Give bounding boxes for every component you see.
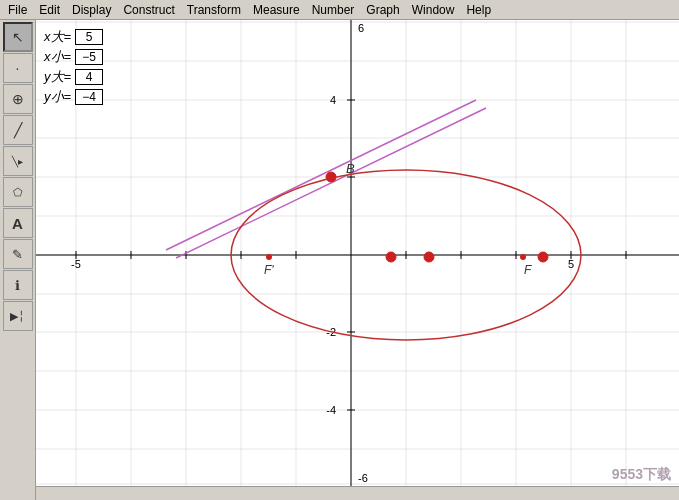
axes [36, 20, 679, 486]
svg-text:-6: -6 [358, 472, 368, 484]
polygon-tool-btn[interactable]: ⬠ [3, 177, 33, 207]
menu-number[interactable]: Number [306, 2, 361, 18]
canvas-area[interactable]: x大= 5 x小= −5 y大= 4 y小= −4 [36, 20, 679, 500]
svg-text:5: 5 [568, 258, 574, 270]
line-tool-btn[interactable]: ╱ [3, 115, 33, 145]
menu-window[interactable]: Window [406, 2, 461, 18]
xmin-value: −5 [75, 49, 103, 65]
text-tool-btn[interactable]: A [3, 208, 33, 238]
f2-label: F [524, 263, 532, 277]
menubar: File Edit Display Construct Transform Me… [0, 0, 679, 20]
svg-text:6: 6 [358, 22, 364, 34]
xmin-row: x小= −5 [44, 48, 103, 66]
compass-tool-btn[interactable]: ⊕ [3, 84, 33, 114]
ymax-row: y大= 4 [44, 68, 103, 86]
menu-help[interactable]: Help [460, 2, 497, 18]
info-tool-btn[interactable]: ℹ [3, 270, 33, 300]
menu-file[interactable]: File [2, 2, 33, 18]
menu-measure[interactable]: Measure [247, 2, 306, 18]
point-F1-small [266, 254, 272, 260]
ymin-label: y小= [44, 88, 71, 106]
f1-label: F' [264, 263, 274, 277]
svg-text:4: 4 [330, 94, 336, 106]
svg-text:-4: -4 [326, 404, 336, 416]
segment-tool-btn[interactable]: ╲▸ [3, 146, 33, 176]
measurements-panel: x大= 5 x小= −5 y大= 4 y小= −4 [44, 28, 103, 108]
ymin-value: −4 [75, 89, 103, 105]
ymax-label: y大= [44, 68, 71, 86]
point-center-left[interactable] [386, 252, 396, 262]
ymin-row: y小= −4 [44, 88, 103, 106]
svg-text:-5: -5 [71, 258, 81, 270]
watermark: 9553下载 [612, 466, 671, 484]
xmax-value: 5 [75, 29, 103, 45]
point-tool-btn[interactable]: · [3, 53, 33, 83]
grid [36, 20, 679, 486]
point-B-label: B [346, 161, 355, 176]
point-F2[interactable] [538, 252, 548, 262]
xmax-row: x大= 5 [44, 28, 103, 46]
menu-transform[interactable]: Transform [181, 2, 247, 18]
svg-rect-0 [36, 20, 679, 486]
xmin-label: x小= [44, 48, 71, 66]
ymax-value: 4 [75, 69, 103, 85]
main-layout: ↖ · ⊕ ╱ ╲▸ ⬠ A ✎ ℹ ▶╎ x大= 5 x小= −5 y大= 4 [0, 20, 679, 500]
menu-edit[interactable]: Edit [33, 2, 66, 18]
menu-construct[interactable]: Construct [117, 2, 180, 18]
menu-display[interactable]: Display [66, 2, 117, 18]
graph-canvas: -5 5 4 2 -2 -4 [36, 20, 679, 500]
move-tool-btn[interactable]: ▶╎ [3, 301, 33, 331]
toolbar: ↖ · ⊕ ╱ ╲▸ ⬠ A ✎ ℹ ▶╎ [0, 20, 36, 500]
point-F2-small [520, 254, 526, 260]
arrow-tool-btn[interactable]: ↖ [3, 22, 33, 52]
point-center-right[interactable] [424, 252, 434, 262]
xmax-label: x大= [44, 28, 71, 46]
svg-line-51 [176, 108, 486, 258]
horizontal-scrollbar[interactable] [36, 486, 679, 500]
point-B[interactable] [326, 172, 336, 182]
menu-graph[interactable]: Graph [360, 2, 405, 18]
svg-line-50 [166, 100, 476, 250]
marker-tool-btn[interactable]: ✎ [3, 239, 33, 269]
